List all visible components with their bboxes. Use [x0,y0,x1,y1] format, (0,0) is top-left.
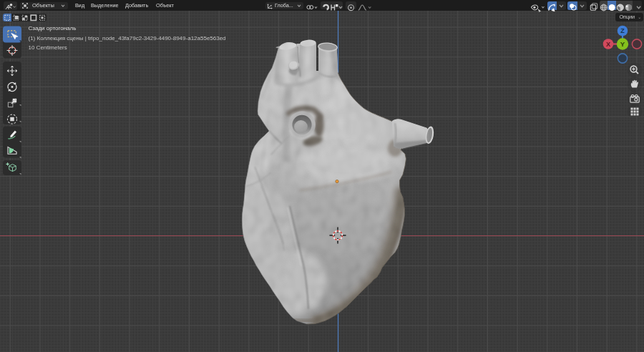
svg-text:Y: Y [620,40,625,48]
svg-text:X: X [606,41,610,48]
svg-text:Z: Z [620,27,625,34]
